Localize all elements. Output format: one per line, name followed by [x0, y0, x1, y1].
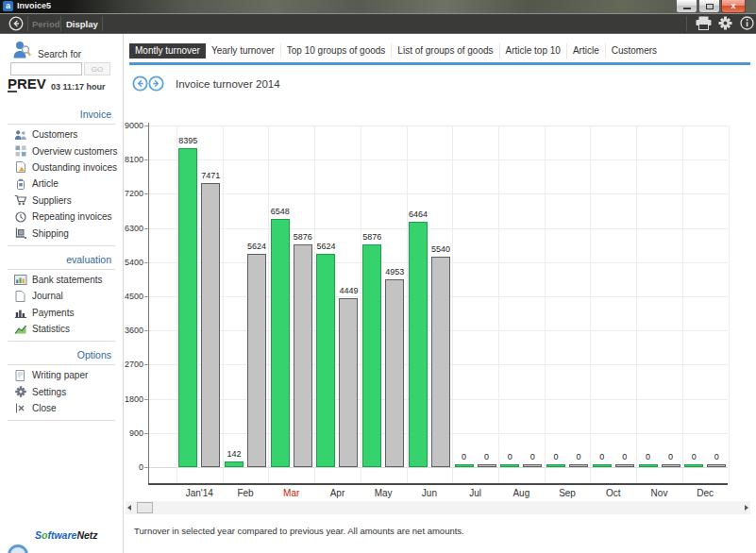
tabs: Montly turnoverYearly turnoverTop 10 gro… — [129, 43, 663, 59]
close-button[interactable]: x — [721, 0, 746, 13]
bar-mar-previous — [294, 244, 312, 467]
y-axis-line — [148, 123, 149, 484]
bar-jan-14-previous — [201, 183, 220, 467]
gridline-h — [148, 126, 728, 126]
month-label-mar: Mar — [265, 488, 318, 498]
statistics-icon — [13, 323, 27, 335]
logo-circle — [8, 545, 28, 553]
scroll-right-arrow-icon[interactable] — [745, 505, 748, 511]
sidebar-item-journal[interactable]: Journal — [0, 288, 123, 304]
gridline-v — [361, 126, 361, 484]
prev-label[interactable]: PREV — [8, 75, 46, 92]
back-button[interactable] — [8, 16, 24, 31]
sidebar-item-settings[interactable]: Settings — [0, 384, 123, 400]
sidebar-item-shipping[interactable]: Shipping — [0, 225, 123, 241]
customers-icon — [13, 128, 27, 141]
gridline-v — [176, 126, 177, 484]
bar-may-current — [362, 244, 381, 467]
tab-top-10-groups-of-goods[interactable]: Top 10 groups of goods — [281, 43, 393, 59]
bar-value-label: 0 — [537, 452, 575, 461]
info-icon — [740, 16, 754, 30]
repeating-invoices-icon — [13, 210, 27, 223]
section-header-invoice: Invoice — [0, 105, 123, 123]
month-label-jul: Jul — [449, 488, 502, 498]
arrow-left-icon — [132, 75, 148, 92]
x-axis-line — [148, 483, 728, 485]
prev-underline — [8, 91, 17, 92]
bar-value-label: 7471 — [192, 171, 229, 180]
period-button[interactable]: Period — [32, 19, 60, 29]
bar-value-label: 0 — [445, 452, 483, 461]
writing-paper-icon — [13, 369, 27, 381]
bar-nov-current — [639, 464, 658, 467]
bar-value-label: 5876 — [284, 232, 322, 242]
scrollbar-thumb[interactable] — [137, 502, 153, 513]
info-button[interactable] — [740, 16, 754, 34]
bar-value-label: 6548 — [261, 207, 299, 216]
sidebar-item-close[interactable]: Close — [0, 400, 123, 416]
tab-article[interactable]: Article — [567, 43, 606, 59]
scroll-left-arrow-icon[interactable] — [127, 505, 131, 511]
bar-value-label: 0 — [491, 452, 529, 461]
sidebar-item-statistics[interactable]: Statistics — [0, 321, 123, 337]
horizontal-scrollbar[interactable] — [126, 501, 750, 514]
bar-mar-current — [271, 219, 290, 467]
sidebar-item-overview-customers[interactable]: Overview customers — [0, 142, 123, 159]
tab-article-top-10[interactable]: Article top 10 — [500, 43, 567, 59]
sidebar-item-label: Overview customers — [32, 146, 118, 157]
arrow-right-icon — [148, 75, 164, 92]
bar-apr-current — [316, 254, 335, 467]
bar-value-label: 8395 — [169, 136, 207, 145]
display-button[interactable]: Display — [66, 19, 98, 29]
tab-yearly-turnover[interactable]: Yearly turnover — [206, 43, 281, 59]
gridline-h — [148, 467, 728, 468]
month-label-sep: Sep — [541, 488, 594, 498]
y-axis-label: 900 — [106, 428, 143, 438]
maximize-button[interactable] — [698, 0, 720, 13]
bar-value-label: 5876 — [353, 232, 391, 242]
bar-sep-current — [546, 464, 565, 467]
next-period-button[interactable] — [148, 75, 164, 95]
bar-value-label: 0 — [652, 452, 690, 461]
bar-aug-previous — [523, 464, 542, 467]
tab-customers[interactable]: Customers — [606, 43, 663, 59]
sidebar-item-payments[interactable]: Payments — [0, 305, 123, 321]
suppliers-icon — [13, 194, 27, 207]
gridline-v — [268, 126, 269, 484]
minimize-button[interactable] — [676, 0, 697, 13]
print-button[interactable] — [696, 16, 712, 34]
tab-montly-turnover[interactable]: Montly turnover — [129, 43, 206, 59]
bar-value-label: 5540 — [422, 244, 460, 254]
bank-statements-icon — [13, 274, 27, 286]
sidebar-item-label: Payments — [32, 308, 74, 318]
bar-value-label: 0 — [675, 452, 713, 461]
sidebar-item-repeating-invoices[interactable]: Repeating invoices — [0, 209, 123, 225]
search-input[interactable] — [10, 62, 82, 75]
bar-feb-previous — [247, 254, 266, 467]
sidebar-item-customers[interactable]: Customers — [0, 126, 123, 142]
sidebar-divider — [123, 34, 124, 553]
settings-icon — [13, 386, 27, 398]
bar-oct-current — [593, 464, 612, 467]
bar-jun-current — [409, 222, 428, 467]
sidebar-item-article[interactable]: Article — [0, 176, 123, 192]
prev-period-button[interactable] — [132, 75, 148, 95]
toolbar — [0, 13, 756, 34]
month-label-feb: Feb — [219, 488, 272, 498]
gridline-v — [407, 126, 408, 484]
tab-list-of-groups-of-goods[interactable]: List of groups of goods — [392, 43, 499, 59]
title-bar: a Invoice5 x — [0, 0, 756, 13]
sidebar-section-evaluation: evaluationBank statementsJournalPayments… — [0, 250, 123, 343]
sidebar-sections: InvoiceCustomersOverview customersOustan… — [0, 105, 123, 421]
toolbar-separator — [102, 16, 103, 31]
month-label-oct: Oct — [587, 488, 640, 498]
payments-icon — [13, 307, 27, 319]
sidebar-item-oustanding-invoices[interactable]: Oustanding invoices — [0, 159, 123, 176]
go-button[interactable]: GO — [84, 62, 110, 75]
settings-button[interactable] — [718, 16, 732, 34]
sidebar-item-bank-statements[interactable]: Bank statements — [0, 272, 123, 288]
sidebar-item-suppliers[interactable]: Suppliers — [0, 193, 123, 209]
bar-value-label: 6464 — [399, 209, 437, 219]
bar-value-label: 0 — [513, 452, 551, 461]
sidebar-item-writing-paper[interactable]: Writing paper — [0, 367, 123, 383]
